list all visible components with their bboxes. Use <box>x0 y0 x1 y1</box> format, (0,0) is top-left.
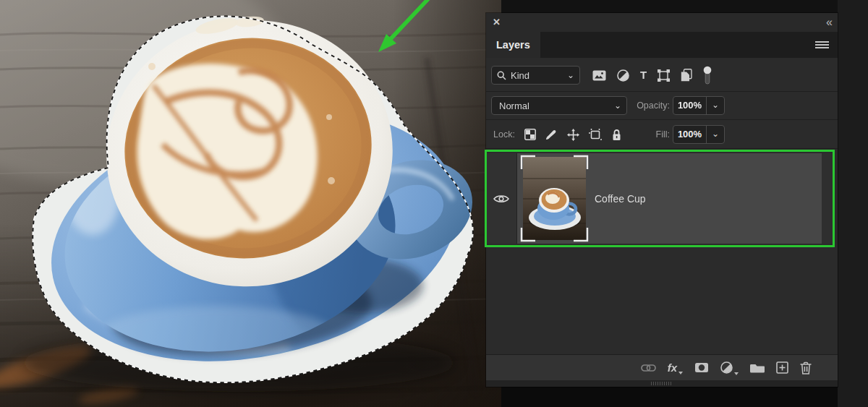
resize-grip[interactable] <box>651 382 673 385</box>
layer-list: Coffee Cup <box>486 149 838 354</box>
chevron-down-icon[interactable]: ⌄ <box>706 126 724 143</box>
dropdown-triangle-icon <box>678 372 683 374</box>
coffee-photo <box>0 0 501 407</box>
panel-footer: fx <box>486 354 838 380</box>
delete-layer-button[interactable] <box>800 361 812 374</box>
blend-mode-dropdown[interactable]: Normal ⌄ <box>491 96 627 115</box>
lock-transparency-icon[interactable] <box>524 129 536 140</box>
opacity-label: Opacity: <box>629 92 670 120</box>
lock-label: Lock: <box>493 120 515 149</box>
link-layers-button[interactable] <box>641 364 656 372</box>
tab-layers[interactable]: Layers <box>486 32 540 58</box>
search-icon <box>497 71 506 80</box>
opacity-field[interactable]: 100% ⌄ <box>673 96 725 115</box>
lock-pixels-icon[interactable] <box>545 129 558 140</box>
filter-shape-icon[interactable] <box>658 69 670 82</box>
fill-value[interactable]: 100% <box>673 126 706 143</box>
filter-smart-object-icon[interactable] <box>681 69 692 82</box>
trash-icon <box>800 361 812 374</box>
filter-kind-dropdown[interactable]: Kind ⌄ <box>491 66 580 85</box>
fill-field[interactable]: 100% ⌄ <box>673 125 725 144</box>
close-icon[interactable]: ✕ <box>493 17 501 28</box>
link-icon <box>641 364 656 372</box>
collapse-panel-icon[interactable]: « <box>826 14 831 30</box>
visibility-cell[interactable] <box>486 153 517 244</box>
panel-header: ✕ « <box>486 13 838 32</box>
layer-row-coffee-cup[interactable]: Coffee Cup <box>486 153 833 244</box>
adjustment-icon <box>720 361 733 374</box>
chevron-down-icon: ⌄ <box>567 72 574 79</box>
blend-mode-value: Normal <box>499 100 529 111</box>
layers-panel: ✕ « Layers Kind ⌄ <box>486 13 838 387</box>
folder-icon <box>750 362 765 373</box>
new-group-button[interactable] <box>750 362 765 373</box>
chevron-down-icon[interactable]: ⌄ <box>706 97 724 114</box>
layer-row-end <box>822 153 833 244</box>
layer-name[interactable]: Coffee Cup <box>595 153 646 244</box>
fill-label: Fill: <box>629 120 670 149</box>
layer-thumbnail[interactable] <box>520 154 589 243</box>
blend-row: Normal ⌄ Opacity: 100% ⌄ <box>486 92 838 120</box>
add-mask-button[interactable] <box>694 362 709 373</box>
filter-row: Kind ⌄ T <box>486 58 838 92</box>
photoshop-workspace: ✕ « Layers Kind ⌄ <box>0 0 868 407</box>
lock-row: Lock: <box>486 120 838 149</box>
adjustment-layer-button[interactable] <box>720 361 739 374</box>
filter-toggle-switch[interactable] <box>703 66 712 85</box>
app-background-top <box>501 0 838 13</box>
panel-menu-icon[interactable] <box>815 41 829 49</box>
filter-type-icon[interactable]: T <box>640 69 647 81</box>
dropdown-triangle-icon <box>734 372 739 375</box>
eye-icon[interactable] <box>493 194 509 204</box>
panel-bottom-strip <box>486 380 838 387</box>
thumbnail-selection-corners <box>520 154 589 243</box>
mask-icon <box>694 362 709 373</box>
filter-image-icon[interactable] <box>592 70 606 81</box>
lock-all-icon[interactable] <box>611 129 622 141</box>
panel-tab-row: Layers <box>486 32 838 58</box>
new-layer-icon <box>776 361 788 374</box>
lock-artboard-icon[interactable] <box>589 129 602 141</box>
opacity-value[interactable]: 100% <box>673 97 706 114</box>
filter-kind-label: Kind <box>511 70 529 81</box>
app-background-bottom <box>501 387 838 407</box>
app-background-right <box>838 0 868 407</box>
lock-position-icon[interactable] <box>567 129 579 141</box>
document-canvas[interactable] <box>0 0 501 407</box>
layer-style-button[interactable]: fx <box>668 362 683 373</box>
filter-adjustment-icon[interactable] <box>617 69 629 82</box>
fx-icon: fx <box>668 362 677 373</box>
chevron-down-icon: ⌄ <box>614 102 621 109</box>
new-layer-button[interactable] <box>776 361 788 374</box>
